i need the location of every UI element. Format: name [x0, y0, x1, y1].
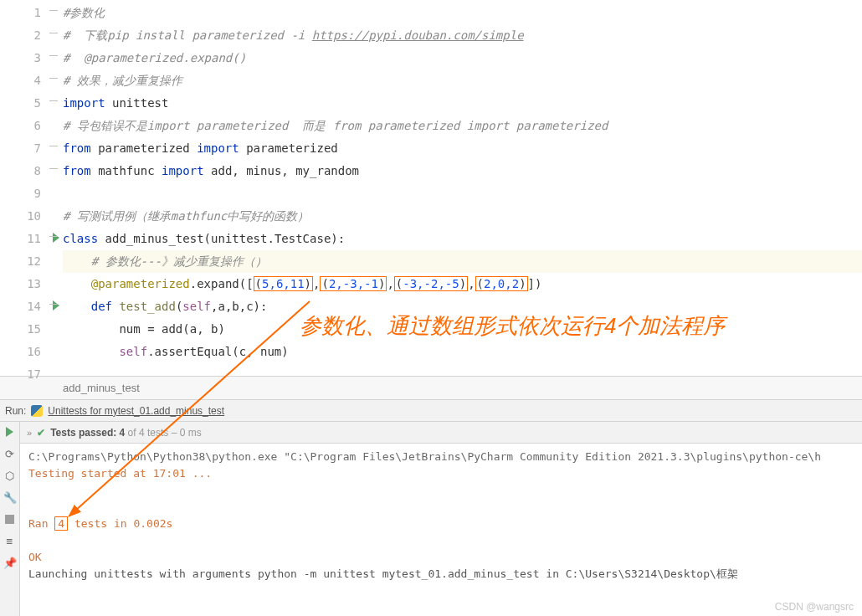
- console: » ✔ Tests passed: 4 of 4 tests – 0 ms C:…: [20, 422, 862, 616]
- test-status-bar: » ✔ Tests passed: 4 of 4 tests – 0 ms: [20, 422, 862, 444]
- tests-total: of 4 tests – 0 ms: [125, 427, 201, 439]
- breadcrumb[interactable]: add_minus_test: [0, 377, 862, 400]
- line-number: 1: [34, 6, 41, 19]
- code-text: self: [182, 300, 211, 313]
- line-number: 5: [34, 96, 41, 110]
- code-text: ): [519, 277, 526, 290]
- code-text: parameterized: [239, 141, 338, 155]
- chevron-icon[interactable]: »: [27, 428, 32, 438]
- debug-icon[interactable]: ⬡: [3, 469, 17, 482]
- pin-icon[interactable]: 📌: [3, 556, 17, 569]
- code-text: .assertEqual(c, num): [147, 345, 289, 358]
- code-text: add, minus, my_random: [204, 164, 359, 177]
- console-line: Launching unittests with arguments pytho…: [28, 566, 854, 583]
- code-text: ): [305, 277, 311, 290]
- annotation-text: 参数化、通过数组形式依次运行4个加法程序: [300, 311, 725, 341]
- tests-passed-count: Tests passed: 4: [50, 427, 125, 439]
- code-text: from: [63, 141, 91, 155]
- code-text: (: [477, 277, 484, 290]
- code-text: 2,0,2: [484, 277, 519, 290]
- console-line: C:\Programs\Python\Python38\python.exe "…: [28, 449, 854, 465]
- test-count-highlight: 4: [54, 516, 68, 531]
- code-text: ): [459, 277, 466, 290]
- code-text: test_add: [119, 300, 175, 313]
- line-number: 8: [34, 164, 41, 177]
- code-text: ,a,b,c):: [211, 300, 267, 313]
- watermark: CSDN @wangsrc: [775, 601, 854, 613]
- code-text: (unittest.TestCase):: [204, 232, 346, 245]
- run-config-name[interactable]: Unittests for mytest_01.add_minus_test: [48, 400, 224, 422]
- console-output[interactable]: C:\Programs\Python\Python38\python.exe "…: [20, 444, 862, 588]
- console-line: Testing started at 17:01 ...: [28, 465, 854, 482]
- line-number: 12: [27, 254, 41, 268]
- code-text: parameterized: [91, 141, 197, 155]
- check-icon: ✔: [37, 427, 45, 439]
- console-line: OK: [28, 549, 854, 566]
- code-text: import: [197, 141, 239, 155]
- console-line: Ran: [28, 517, 54, 530]
- code-text: #参数化: [63, 6, 105, 19]
- code-text: # 参数化---》减少重复操作（）: [91, 254, 267, 268]
- code-text: def: [91, 300, 120, 313]
- code-text: .expand([: [190, 277, 254, 290]
- line-number: 17: [27, 367, 41, 381]
- run-header: Run: Unittests for mytest_01.add_minus_t…: [0, 400, 862, 422]
- settings-icon[interactable]: 🔧: [3, 490, 17, 504]
- python-icon: [31, 405, 43, 417]
- code-text: https://pypi.douban.com/simple: [312, 28, 524, 42]
- code-text: -3,-2,-5: [403, 277, 459, 290]
- line-number: 10: [27, 209, 41, 223]
- code-text: ,: [387, 277, 393, 290]
- code-text: unittest: [105, 96, 169, 110]
- line-number: 7: [34, 141, 41, 155]
- toggle-icon[interactable]: ⟳: [3, 447, 17, 460]
- code-text: from: [63, 164, 91, 177]
- code-text: 5,6,11: [262, 277, 305, 290]
- code-text: 2,-3,-1: [329, 277, 378, 290]
- code-text: class: [63, 232, 105, 245]
- code-text: import: [162, 164, 204, 177]
- console-line: tests in 0.002s: [68, 517, 172, 530]
- code-text: self: [119, 345, 147, 358]
- code-text: mathfunc: [91, 164, 162, 177]
- line-number: 13: [27, 277, 41, 290]
- line-number: 3: [34, 51, 41, 64]
- run-label: Run:: [5, 400, 26, 422]
- line-number: 16: [27, 345, 41, 358]
- code-text: import: [63, 96, 105, 110]
- code-text: # @parameterized.expand(): [63, 51, 246, 64]
- layout-icon[interactable]: ≡: [3, 534, 17, 547]
- line-number: 4: [34, 74, 41, 87]
- line-number: 14: [27, 300, 41, 313]
- code-text: ): [378, 277, 385, 290]
- code-text: add_minus_test: [105, 232, 204, 245]
- code-text: ]): [528, 277, 542, 290]
- stop-icon[interactable]: [3, 512, 17, 526]
- toolwindow-sidebar: ⟳ ⬡ 🔧 ≡ 📌: [0, 422, 20, 616]
- run-panel: ⟳ ⬡ 🔧 ≡ 📌 » ✔ Tests passed: 4 of 4 tests…: [0, 422, 862, 616]
- fold-column: [46, 0, 63, 376]
- line-gutter: 1 2 3 4 5 6 7 8 9 10 11 12 13 14 15 16 1…: [0, 0, 46, 376]
- line-number: 9: [34, 187, 41, 200]
- code-text: # 下载pip install parameterized -i: [63, 28, 312, 42]
- code-text: ,: [468, 277, 475, 290]
- code-text: # 导包错误不是import parameterized 而是 from par…: [63, 119, 608, 132]
- code-text: (: [396, 277, 403, 290]
- breadcrumb-item[interactable]: add_minus_test: [63, 382, 140, 394]
- code-text: (: [255, 277, 262, 290]
- code-text: # 效果，减少重复操作: [63, 74, 182, 87]
- code-text: @parameterized: [91, 277, 190, 290]
- line-number: 11: [27, 232, 41, 245]
- code-text: (: [321, 277, 328, 290]
- rerun-icon[interactable]: [3, 425, 17, 439]
- line-number: 15: [27, 322, 41, 336]
- code-text: num = add(a, b): [63, 322, 225, 336]
- line-number: 2: [34, 28, 41, 42]
- code-text: # 写测试用例（继承mathfunc中写好的函数）: [63, 209, 309, 223]
- line-number: 6: [34, 119, 41, 132]
